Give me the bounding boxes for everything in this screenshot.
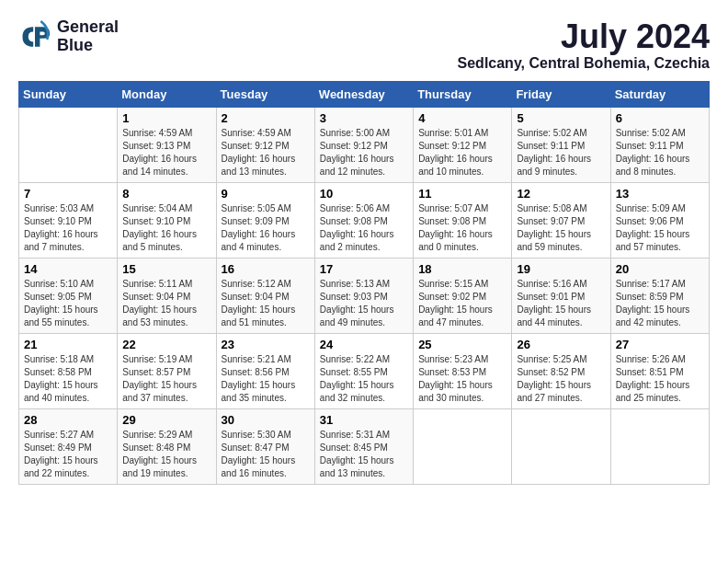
day-number: 2	[222, 111, 310, 125]
calendar-cell: 18Sunrise: 5:15 AM Sunset: 9:02 PM Dayli…	[414, 258, 512, 333]
day-number: 17	[320, 262, 408, 276]
calendar-cell: 27Sunrise: 5:26 AM Sunset: 8:51 PM Dayli…	[610, 333, 709, 408]
calendar-cell	[512, 408, 610, 484]
day-info: Sunrise: 5:07 AM Sunset: 9:08 PM Dayligh…	[418, 202, 506, 254]
week-row-3: 21Sunrise: 5:18 AM Sunset: 8:58 PM Dayli…	[19, 333, 710, 408]
day-info: Sunrise: 5:16 AM Sunset: 9:01 PM Dayligh…	[517, 278, 605, 329]
day-number: 28	[24, 413, 112, 427]
day-header-monday: Monday	[118, 81, 216, 107]
day-info: Sunrise: 5:13 AM Sunset: 9:03 PM Dayligh…	[320, 278, 408, 329]
day-number: 4	[418, 111, 506, 125]
day-number: 22	[122, 338, 210, 351]
day-info: Sunrise: 4:59 AM Sunset: 9:12 PM Dayligh…	[222, 127, 310, 178]
day-info: Sunrise: 5:27 AM Sunset: 8:49 PM Dayligh…	[24, 429, 112, 480]
day-info: Sunrise: 5:26 AM Sunset: 8:51 PM Dayligh…	[616, 353, 704, 405]
day-number: 25	[418, 338, 506, 351]
week-row-2: 14Sunrise: 5:10 AM Sunset: 9:05 PM Dayli…	[19, 258, 710, 333]
calendar-cell	[19, 107, 118, 182]
day-number: 26	[517, 338, 605, 351]
day-info: Sunrise: 5:05 AM Sunset: 9:09 PM Dayligh…	[222, 202, 310, 254]
calendar-cell: 16Sunrise: 5:12 AM Sunset: 9:04 PM Dayli…	[216, 258, 314, 333]
day-number: 30	[222, 413, 310, 427]
day-info: Sunrise: 4:59 AM Sunset: 9:13 PM Dayligh…	[122, 127, 210, 178]
day-header-saturday: Saturday	[610, 81, 709, 107]
day-header-tuesday: Tuesday	[216, 81, 314, 107]
day-number: 9	[222, 187, 310, 201]
day-info: Sunrise: 5:06 AM Sunset: 9:08 PM Dayligh…	[320, 202, 408, 254]
day-info: Sunrise: 5:30 AM Sunset: 8:47 PM Dayligh…	[222, 429, 310, 480]
day-info: Sunrise: 5:29 AM Sunset: 8:48 PM Dayligh…	[122, 429, 210, 480]
day-number: 29	[122, 413, 210, 427]
calendar-cell: 11Sunrise: 5:07 AM Sunset: 9:08 PM Dayli…	[414, 182, 512, 258]
day-number: 15	[122, 262, 210, 276]
day-number: 21	[24, 338, 112, 351]
calendar-cell: 14Sunrise: 5:10 AM Sunset: 9:05 PM Dayli…	[19, 258, 118, 333]
day-number: 13	[616, 187, 704, 201]
day-info: Sunrise: 5:21 AM Sunset: 8:56 PM Dayligh…	[222, 353, 310, 405]
day-info: Sunrise: 5:09 AM Sunset: 9:06 PM Dayligh…	[616, 202, 704, 254]
calendar-cell: 19Sunrise: 5:16 AM Sunset: 9:01 PM Dayli…	[512, 258, 610, 333]
calendar-cell: 7Sunrise: 5:03 AM Sunset: 9:10 PM Daylig…	[19, 182, 118, 258]
day-number: 14	[24, 262, 112, 276]
day-info: Sunrise: 5:02 AM Sunset: 9:11 PM Dayligh…	[517, 127, 605, 178]
day-header-thursday: Thursday	[414, 81, 512, 107]
calendar-cell: 1Sunrise: 4:59 AM Sunset: 9:13 PM Daylig…	[118, 107, 216, 182]
calendar-cell: 5Sunrise: 5:02 AM Sunset: 9:11 PM Daylig…	[512, 107, 610, 182]
calendar-cell: 22Sunrise: 5:19 AM Sunset: 8:57 PM Dayli…	[118, 333, 216, 408]
day-info: Sunrise: 5:12 AM Sunset: 9:04 PM Dayligh…	[222, 278, 310, 329]
title-block: July 2024 Sedlcany, Central Bohemia, Cze…	[458, 18, 710, 72]
day-number: 23	[222, 338, 310, 351]
day-info: Sunrise: 5:19 AM Sunset: 8:57 PM Dayligh…	[122, 353, 210, 405]
calendar-cell: 6Sunrise: 5:02 AM Sunset: 9:11 PM Daylig…	[610, 107, 709, 182]
day-header-wednesday: Wednesday	[314, 81, 413, 107]
day-info: Sunrise: 5:03 AM Sunset: 9:10 PM Dayligh…	[24, 202, 112, 254]
calendar-cell: 9Sunrise: 5:05 AM Sunset: 9:09 PM Daylig…	[216, 182, 314, 258]
week-row-4: 28Sunrise: 5:27 AM Sunset: 8:49 PM Dayli…	[19, 408, 710, 484]
day-info: Sunrise: 5:04 AM Sunset: 9:10 PM Dayligh…	[122, 202, 210, 254]
calendar-cell: 12Sunrise: 5:08 AM Sunset: 9:07 PM Dayli…	[512, 182, 610, 258]
day-number: 5	[517, 111, 605, 125]
calendar-cell	[610, 408, 709, 484]
day-number: 1	[122, 111, 210, 125]
calendar-cell: 21Sunrise: 5:18 AM Sunset: 8:58 PM Dayli…	[19, 333, 118, 408]
day-number: 12	[517, 187, 605, 201]
calendar-cell: 28Sunrise: 5:27 AM Sunset: 8:49 PM Dayli…	[19, 408, 118, 484]
calendar-cell: 4Sunrise: 5:01 AM Sunset: 9:12 PM Daylig…	[414, 107, 512, 182]
calendar-cell: 25Sunrise: 5:23 AM Sunset: 8:53 PM Dayli…	[414, 333, 512, 408]
calendar-cell: 17Sunrise: 5:13 AM Sunset: 9:03 PM Dayli…	[314, 258, 413, 333]
day-number: 11	[418, 187, 506, 201]
day-info: Sunrise: 5:18 AM Sunset: 8:58 PM Dayligh…	[24, 353, 112, 405]
calendar-body: 1Sunrise: 4:59 AM Sunset: 9:13 PM Daylig…	[19, 107, 710, 484]
calendar-cell: 20Sunrise: 5:17 AM Sunset: 8:59 PM Dayli…	[610, 258, 709, 333]
logo-text: General Blue	[57, 18, 119, 55]
day-number: 10	[320, 187, 408, 201]
day-info: Sunrise: 5:23 AM Sunset: 8:53 PM Dayligh…	[418, 353, 506, 405]
calendar-table: SundayMondayTuesdayWednesdayThursdayFrid…	[18, 81, 710, 485]
day-info: Sunrise: 5:08 AM Sunset: 9:07 PM Dayligh…	[517, 202, 605, 254]
location: Sedlcany, Central Bohemia, Czechia	[458, 55, 710, 72]
day-header-friday: Friday	[512, 81, 610, 107]
calendar-cell: 24Sunrise: 5:22 AM Sunset: 8:55 PM Dayli…	[314, 333, 413, 408]
calendar-cell	[414, 408, 512, 484]
day-info: Sunrise: 5:17 AM Sunset: 8:59 PM Dayligh…	[616, 278, 704, 329]
day-number: 16	[222, 262, 310, 276]
day-number: 18	[418, 262, 506, 276]
calendar-cell: 10Sunrise: 5:06 AM Sunset: 9:08 PM Dayli…	[314, 182, 413, 258]
logo-icon	[18, 20, 51, 53]
calendar-cell: 8Sunrise: 5:04 AM Sunset: 9:10 PM Daylig…	[118, 182, 216, 258]
day-number: 31	[320, 413, 408, 427]
day-info: Sunrise: 5:22 AM Sunset: 8:55 PM Dayligh…	[320, 353, 408, 405]
calendar-cell: 30Sunrise: 5:30 AM Sunset: 8:47 PM Dayli…	[216, 408, 314, 484]
day-number: 3	[320, 111, 408, 125]
calendar-cell: 29Sunrise: 5:29 AM Sunset: 8:48 PM Dayli…	[118, 408, 216, 484]
day-number: 8	[122, 187, 210, 201]
day-info: Sunrise: 5:02 AM Sunset: 9:11 PM Dayligh…	[616, 127, 704, 178]
day-info: Sunrise: 5:15 AM Sunset: 9:02 PM Dayligh…	[418, 278, 506, 329]
calendar-header-row: SundayMondayTuesdayWednesdayThursdayFrid…	[19, 81, 710, 107]
day-info: Sunrise: 5:11 AM Sunset: 9:04 PM Dayligh…	[122, 278, 210, 329]
day-number: 19	[517, 262, 605, 276]
calendar-cell: 3Sunrise: 5:00 AM Sunset: 9:12 PM Daylig…	[314, 107, 413, 182]
day-number: 6	[616, 111, 704, 125]
day-number: 7	[24, 187, 112, 201]
month-year: July 2024	[458, 18, 710, 55]
